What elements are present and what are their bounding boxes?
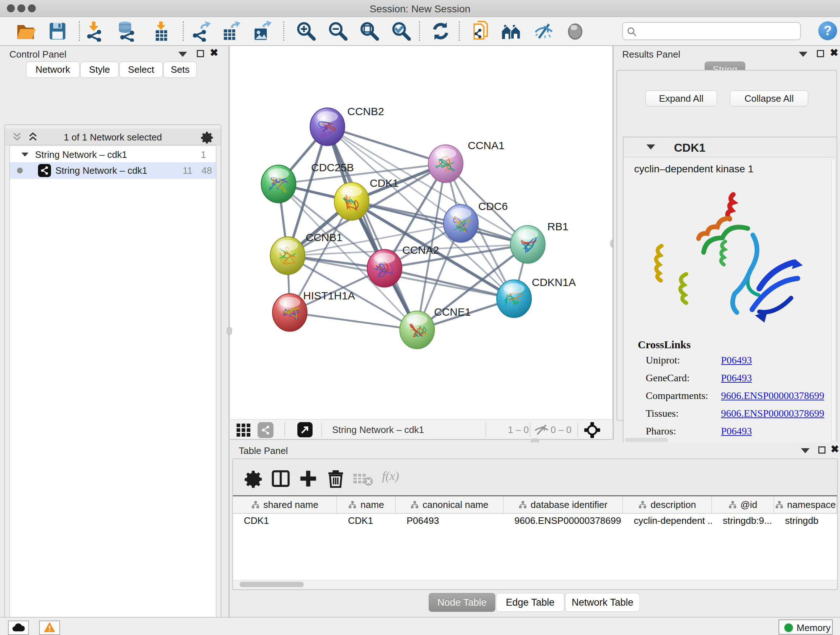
network-node-ccna2[interactable] bbox=[367, 249, 402, 288]
cloud-status-button[interactable] bbox=[8, 621, 29, 635]
network-node-ccne1[interactable] bbox=[400, 311, 434, 350]
tab-edge-table[interactable]: Edge Table bbox=[496, 593, 564, 612]
share-view-icon[interactable] bbox=[257, 422, 273, 438]
collapse-all-button[interactable]: Collapse All bbox=[730, 90, 808, 106]
tab-sets[interactable]: Sets bbox=[164, 62, 197, 78]
import-table-icon[interactable] bbox=[150, 21, 172, 42]
show-columns-icon[interactable] bbox=[271, 469, 290, 488]
network-node-cdkn1a[interactable] bbox=[497, 280, 531, 318]
table-cell[interactable]: 9606.ENSP00000378699 bbox=[504, 514, 623, 527]
tab-select[interactable]: Select bbox=[119, 62, 163, 78]
vertical-splitter-handle[interactable] bbox=[227, 327, 232, 335]
open-session-icon[interactable] bbox=[16, 21, 36, 42]
panel-menu-icon[interactable] bbox=[801, 448, 810, 453]
current-network-name: String Network – cdk1 bbox=[332, 424, 424, 435]
crosslink-link[interactable]: P06493 bbox=[721, 425, 752, 437]
tab-network-table[interactable]: Network Table bbox=[565, 593, 640, 612]
table-cell[interactable]: CDK1 bbox=[233, 514, 337, 527]
tab-node-table[interactable]: Node Table bbox=[429, 593, 495, 612]
panel-close-icon[interactable]: ✖ bbox=[210, 49, 218, 57]
search-field[interactable] bbox=[622, 22, 801, 40]
panel-float-icon[interactable] bbox=[818, 447, 826, 454]
panel-menu-icon[interactable] bbox=[799, 52, 807, 57]
zoom-selected-icon[interactable] bbox=[390, 21, 411, 42]
zoom-in-icon[interactable] bbox=[295, 21, 316, 42]
protein-section-header[interactable]: CDK1 bbox=[623, 137, 837, 157]
column-header--id[interactable]: @id bbox=[712, 496, 774, 513]
network-node-ccnb2[interactable] bbox=[310, 108, 345, 147]
export-image-icon[interactable] bbox=[251, 21, 272, 42]
toolbar-separator bbox=[183, 21, 184, 41]
crosslink-link[interactable]: P06493 bbox=[721, 355, 752, 366]
open-in-window-icon[interactable] bbox=[297, 422, 313, 437]
show-graphics-details-icon[interactable] bbox=[565, 21, 586, 42]
network-selection-summary: 1 of 1 Network selected bbox=[5, 132, 221, 143]
string-network-graph[interactable]: CCNB2CCNA1CDC25BCDK1CDC6RB1CCNB1CCNA2CDK… bbox=[230, 46, 612, 419]
column-header-shared-name[interactable]: shared name bbox=[233, 496, 337, 513]
table-horizontal-scrollbar[interactable] bbox=[233, 580, 837, 589]
network-node-rb1[interactable] bbox=[510, 226, 545, 264]
string-import-icon[interactable] bbox=[471, 21, 492, 42]
tab-style[interactable]: Style bbox=[80, 62, 118, 78]
import-network-from-database-icon[interactable] bbox=[115, 21, 136, 42]
table-scrollbar-thumb[interactable] bbox=[240, 582, 304, 587]
panel-float-icon[interactable] bbox=[197, 50, 204, 57]
column-header-description[interactable]: description bbox=[623, 496, 712, 513]
crosslink-link[interactable]: P06493 bbox=[721, 372, 752, 384]
zoom-fit-icon[interactable] bbox=[358, 21, 379, 42]
help-icon[interactable]: ? bbox=[818, 21, 837, 40]
crosslink-link[interactable]: 9606.ENSP00000378699 bbox=[721, 390, 824, 402]
birdseye-navigator-icon[interactable] bbox=[584, 422, 600, 439]
delete-column-icon[interactable] bbox=[326, 469, 345, 488]
hide-glass-eye-icon[interactable] bbox=[533, 21, 554, 42]
tab-network[interactable]: Network bbox=[26, 62, 80, 78]
table-cell[interactable]: cyclin-dependent ... bbox=[623, 514, 712, 527]
string-home-icon[interactable] bbox=[501, 21, 522, 42]
tree-expander-icon[interactable] bbox=[21, 152, 28, 157]
create-column-icon[interactable] bbox=[299, 469, 317, 488]
search-input[interactable] bbox=[640, 24, 796, 38]
results-vertical-scrollbar[interactable] bbox=[831, 159, 836, 441]
refresh-view-icon[interactable] bbox=[430, 21, 451, 42]
memory-button[interactable]: Memory bbox=[778, 619, 833, 635]
column-header-canonical-name[interactable]: canonical name bbox=[396, 496, 504, 513]
column-header-namespace[interactable]: namespace bbox=[774, 496, 837, 513]
panel-close-icon[interactable]: ✖ bbox=[830, 49, 838, 57]
toolbar-separator bbox=[419, 21, 420, 41]
table-cell[interactable]: P06493 bbox=[396, 514, 504, 527]
export-network-icon[interactable] bbox=[191, 21, 212, 42]
crosslink-link[interactable]: 9606.ENSP00000378699 bbox=[721, 408, 824, 419]
panel-float-icon[interactable] bbox=[817, 50, 824, 57]
hidden-elements-icon bbox=[534, 424, 549, 436]
network-node-ccnb1[interactable] bbox=[270, 237, 305, 276]
table-cell[interactable]: stringdb bbox=[774, 514, 837, 527]
panel-menu-icon[interactable] bbox=[178, 52, 187, 57]
save-session-icon[interactable] bbox=[47, 21, 68, 42]
network-node-cdc25b[interactable] bbox=[261, 165, 296, 204]
network-node-cdk1[interactable] bbox=[334, 182, 369, 221]
svg-text:CCNB1: CCNB1 bbox=[306, 231, 343, 243]
column-header-database-identifier[interactable]: database identifier bbox=[504, 496, 623, 513]
table-cell[interactable]: CDK1 bbox=[337, 514, 396, 527]
network-node-hist1h1a[interactable] bbox=[272, 294, 307, 333]
results-horizontal-scrollbar[interactable] bbox=[625, 438, 668, 442]
export-table-icon[interactable] bbox=[220, 21, 241, 42]
import-network-icon[interactable] bbox=[83, 21, 104, 42]
network-node-ccna1[interactable] bbox=[428, 145, 463, 184]
column-header-name[interactable]: name bbox=[337, 496, 396, 513]
network-collection-row[interactable]: String Network – cdk1 1 bbox=[10, 146, 216, 163]
zoom-out-icon[interactable] bbox=[327, 21, 348, 42]
network-canvas[interactable]: CCNB2CCNA1CDC25BCDK1CDC6RB1CCNB1CCNA2CDK… bbox=[230, 46, 612, 419]
network-row-selected[interactable]: String Network – cdk1 11 48 bbox=[10, 162, 216, 179]
network-options-gear-icon[interactable] bbox=[201, 131, 213, 144]
expand-all-button[interactable]: Expand All bbox=[645, 90, 717, 106]
table-options-gear-icon[interactable] bbox=[244, 469, 263, 488]
grid-view-icon[interactable] bbox=[236, 423, 253, 437]
section-expander-icon[interactable] bbox=[646, 144, 655, 149]
table-row[interactable]: CDK1CDK1P064939606.ENSP00000378699cyclin… bbox=[233, 514, 837, 527]
panel-close-icon[interactable]: ✖ bbox=[831, 445, 839, 453]
network-node-cdc6[interactable] bbox=[444, 204, 478, 243]
window-title: Session: New Session bbox=[0, 3, 840, 15]
table-cell[interactable]: stringdb:9... bbox=[712, 514, 774, 527]
warnings-button[interactable] bbox=[39, 621, 60, 635]
